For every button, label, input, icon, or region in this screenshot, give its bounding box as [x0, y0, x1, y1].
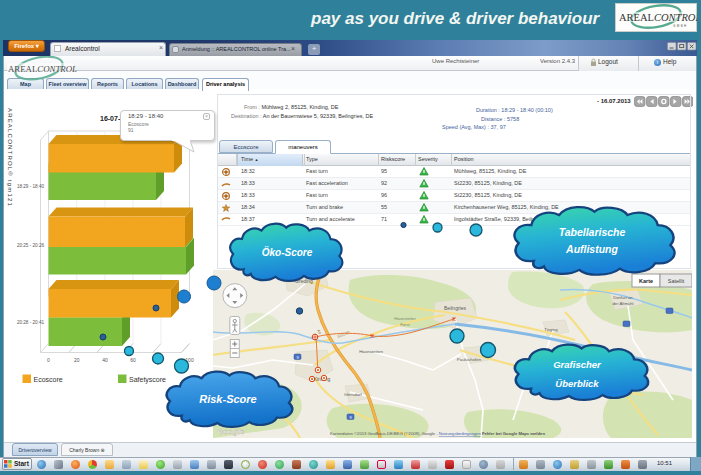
svg-text:Auflistung: Auflistung — [565, 243, 618, 255]
svg-text:Öko-Score: Öko-Score — [262, 246, 313, 258]
svg-text:Risk-Score: Risk-Score — [199, 393, 256, 405]
svg-text:Überblick: Überblick — [555, 378, 599, 389]
svg-text:Grafischer: Grafischer — [553, 359, 602, 370]
svg-text:Tabellarische: Tabellarische — [559, 226, 626, 238]
